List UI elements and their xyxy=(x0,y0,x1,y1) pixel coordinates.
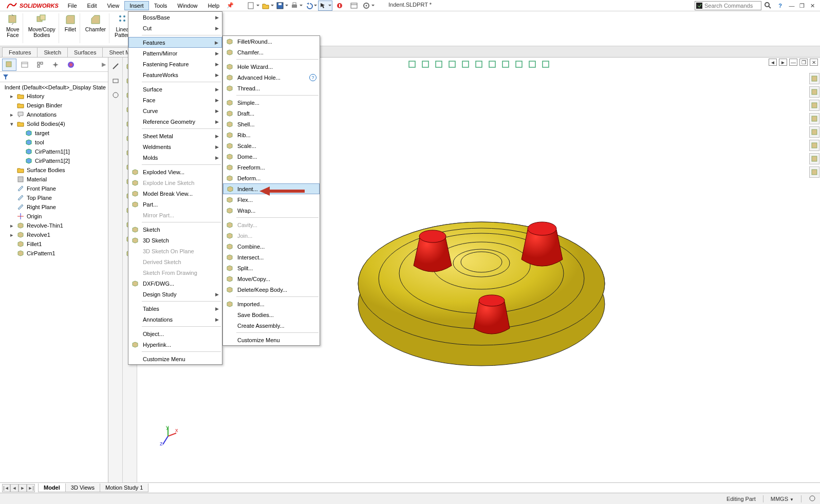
cm-tab-features[interactable]: Features xyxy=(2,47,38,57)
menu-item-deform[interactable]: Deform... xyxy=(223,173,320,183)
status-units[interactable]: MMGS ▼ xyxy=(771,496,794,502)
tree-item[interactable]: Front Plane xyxy=(0,184,108,193)
tree-tab-config[interactable] xyxy=(33,59,47,71)
menu-item-pattern-mirror[interactable]: Pattern/Mirror▶ xyxy=(128,48,222,59)
cm-tab-sketch[interactable]: Sketch xyxy=(37,47,68,57)
menu-item-create-assembly[interactable]: Create Assembly... xyxy=(223,320,320,331)
tree-root[interactable]: Indent (Default<<Default>_Display State xyxy=(0,83,108,91)
help-button[interactable]: ? xyxy=(775,1,786,11)
tab-nav-next[interactable]: ► xyxy=(18,484,27,492)
menu-item-wrap[interactable]: Wrap... xyxy=(223,205,320,216)
tree-tab-property[interactable] xyxy=(17,59,32,71)
menu-item-exploded-view[interactable]: Exploded View... xyxy=(128,166,222,177)
menu-item-customize-menu[interactable]: Customize Menu xyxy=(223,334,320,345)
menu-item-annotations[interactable]: Annotations▶ xyxy=(128,314,222,325)
pin-icon[interactable]: 📌 xyxy=(227,2,234,9)
section-button[interactable] xyxy=(460,59,471,70)
menu-help[interactable]: Help xyxy=(202,1,225,10)
tree-tabs-right-arrow[interactable]: ▶ xyxy=(102,61,106,68)
menu-item-cut[interactable]: Cut▶ xyxy=(128,23,222,33)
menu-item-sheet-metal[interactable]: Sheet Metal▶ xyxy=(128,130,222,141)
menu-file[interactable]: File xyxy=(63,1,82,10)
mdi-close[interactable]: ✕ xyxy=(810,59,818,66)
tree-item[interactable]: ▸Revolve1 xyxy=(0,230,108,239)
menu-window[interactable]: Window xyxy=(172,1,202,10)
appearances-icon[interactable] xyxy=(809,140,819,151)
ribbon-move-copy-bodies[interactable]: Move/CopyBodies xyxy=(25,13,59,43)
mdi-minimize[interactable]: — xyxy=(789,59,797,66)
menu-insert[interactable]: Insert xyxy=(124,1,149,10)
bottom-tab-motion-study-1[interactable]: Motion Study 1 xyxy=(100,483,148,492)
menu-item-tables[interactable]: Tables▶ xyxy=(128,303,222,314)
menu-item-thread[interactable]: Thread... xyxy=(223,83,320,94)
window-minimize[interactable]: — xyxy=(787,1,796,11)
menu-item-sketch[interactable]: Sketch xyxy=(128,224,222,235)
menu-item-dxf-dwg[interactable]: DXF/DWG... xyxy=(128,278,222,289)
design-library-icon[interactable] xyxy=(809,100,819,111)
undo-button[interactable] xyxy=(304,1,318,11)
ribbon-move-face[interactable]: MoveFace xyxy=(3,13,23,43)
view-orient-button[interactable] xyxy=(473,59,484,70)
menu-item-chamfer[interactable]: Chamfer... xyxy=(223,47,320,58)
tree-item[interactable]: ▸Revolve-Thin1 xyxy=(0,221,108,230)
tree-item[interactable]: Surface Bodies xyxy=(0,165,108,175)
menu-tools[interactable]: Tools xyxy=(149,1,173,10)
tree-item[interactable]: CirPattern1 xyxy=(0,249,108,258)
menu-item-scale[interactable]: Scale... xyxy=(223,140,320,151)
menu-item-save-bodies[interactable]: Save Bodies... xyxy=(223,309,320,320)
open-doc-button[interactable] xyxy=(260,1,275,11)
menu-item-face[interactable]: Face▶ xyxy=(128,95,222,105)
menu-item-hyperlink[interactable]: Hyperlink... xyxy=(128,339,222,350)
menu-item-draft[interactable]: Draft... xyxy=(223,108,320,119)
menu-item-move-copy[interactable]: Move/Copy... xyxy=(223,273,320,284)
edit-appearance-button[interactable] xyxy=(513,59,525,70)
menu-item-imported[interactable]: Imported... xyxy=(223,298,320,309)
tab-nav-prev[interactable]: ◄ xyxy=(10,484,18,492)
window-close[interactable]: ✕ xyxy=(808,1,817,11)
print-button[interactable] xyxy=(289,1,304,11)
tree-item[interactable]: ▸History xyxy=(0,91,108,101)
menu-item-delete-keep-body[interactable]: Delete/Keep Body... xyxy=(223,284,320,295)
rebuild-button[interactable] xyxy=(332,1,347,11)
cm-tab-surfaces[interactable]: Surfaces xyxy=(67,47,103,57)
tree-tab-display[interactable] xyxy=(64,59,78,71)
hide-show-button[interactable] xyxy=(500,59,511,70)
bottom-tab-model[interactable]: Model xyxy=(38,483,66,492)
tree-item[interactable]: tool xyxy=(0,138,108,147)
zoom-prev-button[interactable] xyxy=(446,59,458,70)
menu-item-3d-sketch[interactable]: 3D Sketch xyxy=(128,235,222,246)
menu-item-advanced-hole[interactable]: Advanced Hole...? xyxy=(223,72,320,83)
tree-tab-dimxpert[interactable] xyxy=(48,59,63,71)
search-button[interactable] xyxy=(762,1,774,11)
tree-tab-feature[interactable] xyxy=(2,59,16,71)
corner-rect-icon[interactable] xyxy=(110,75,121,86)
status-custom-icon[interactable] xyxy=(809,495,816,503)
tree-item[interactable]: Fillet1 xyxy=(0,239,108,249)
cube-button[interactable] xyxy=(406,59,418,70)
zoom-area-button[interactable] xyxy=(433,59,444,70)
menu-item-fillet-round[interactable]: Fillet/Round... xyxy=(223,36,320,47)
new-doc-button[interactable] xyxy=(246,1,260,11)
circle-icon[interactable] xyxy=(110,89,121,101)
menu-item-split[interactable]: Split... xyxy=(223,263,320,273)
zoom-fit-button[interactable] xyxy=(420,59,431,70)
save-button[interactable] xyxy=(275,1,289,11)
menu-item-customize-menu[interactable]: Customize Menu xyxy=(128,353,222,364)
apply-scene-button[interactable] xyxy=(527,59,538,70)
tree-item[interactable]: Material xyxy=(0,175,108,184)
menu-item-featureworks[interactable]: FeatureWorks▶ xyxy=(128,69,222,80)
ribbon-fillet[interactable]: Fillet xyxy=(61,13,80,43)
tree-item[interactable]: CirPattern1[2] xyxy=(0,156,108,165)
search-commands-input[interactable] xyxy=(695,1,761,10)
menu-item-weldments[interactable]: Weldments▶ xyxy=(128,141,222,152)
view-palette-icon[interactable] xyxy=(809,126,819,138)
home-icon[interactable] xyxy=(809,73,819,84)
menu-view[interactable]: View xyxy=(102,1,124,10)
forum-icon[interactable] xyxy=(809,166,819,178)
menu-item-rib[interactable]: Rib... xyxy=(223,129,320,140)
tree-item[interactable]: Origin xyxy=(0,212,108,221)
ribbon-chamfer[interactable]: Chamfer xyxy=(82,13,109,43)
menu-item-reference-geometry[interactable]: Reference Geometry▶ xyxy=(128,116,222,127)
mdi-next[interactable]: ► xyxy=(779,59,787,66)
tree-item[interactable]: ▸Annotations xyxy=(0,110,108,119)
